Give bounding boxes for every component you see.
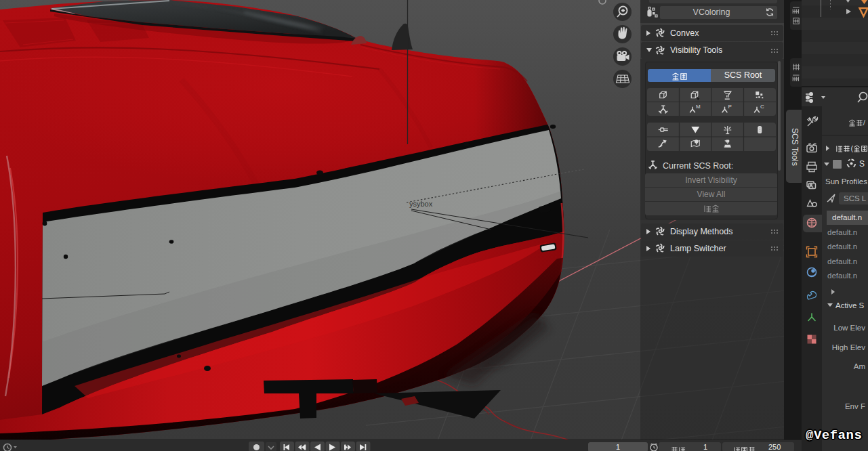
svg-text:P: P	[728, 104, 732, 110]
svg-text:ysybox: ysybox	[409, 200, 433, 208]
svg-text:C: C	[760, 104, 764, 110]
svg-text:M: M	[696, 104, 701, 110]
